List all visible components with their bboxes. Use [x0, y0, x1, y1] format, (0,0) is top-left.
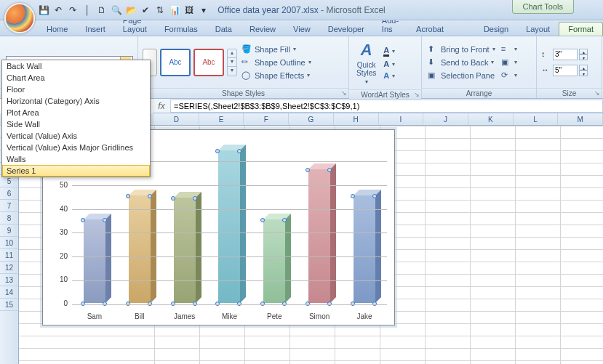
width-field[interactable] [553, 65, 578, 76]
selection-handle[interactable] [148, 302, 152, 306]
text-outline-button[interactable]: A▾ [382, 59, 396, 69]
spell-icon[interactable]: ✔ [140, 4, 151, 16]
shape-style-gallery[interactable]: Abc Abc [160, 49, 224, 76]
undo-icon[interactable]: ↶ [52, 4, 64, 16]
option-haxis[interactable]: Horizontal (Category) Axis [2, 95, 150, 107]
row-header[interactable]: 9 [0, 225, 18, 237]
dialog-launcher-icon[interactable]: ↘ [341, 89, 347, 97]
tab-insert[interactable]: Insert [76, 23, 114, 36]
chart-element-dropdown[interactable]: Back Wall Chart Area Floor Horizontal (C… [1, 60, 151, 177]
tab-developer[interactable]: Developer [319, 23, 373, 36]
shape-fill-button[interactable]: 🪣Shape Fill▾ [240, 44, 313, 55]
quick-styles-button[interactable]: A Quick Styles▾ [354, 39, 379, 86]
sort-icon[interactable]: ⇅ [154, 4, 166, 16]
new-icon[interactable]: 🗋 [96, 4, 108, 16]
selection-handle[interactable] [306, 302, 310, 306]
selection-handle[interactable] [282, 302, 287, 306]
tab-layout[interactable]: Layout [517, 23, 559, 36]
selection-handle[interactable] [351, 302, 355, 306]
selection-handle[interactable] [193, 302, 197, 306]
open-icon[interactable]: 📂 [125, 4, 137, 16]
save-icon[interactable]: 💾 [38, 4, 49, 16]
tab-review[interactable]: Review [241, 23, 284, 36]
col-header[interactable]: G [289, 113, 334, 125]
option-series1[interactable]: Series 1 [2, 165, 150, 177]
shape-effects-button[interactable]: ◯Shape Effects▾ [240, 70, 313, 81]
tab-format[interactable]: Format [559, 22, 603, 36]
selection-handle[interactable] [237, 302, 241, 306]
fx-icon[interactable]: fx [153, 101, 170, 111]
option-sidewall[interactable]: Side Wall [2, 118, 150, 130]
col-header[interactable]: E [199, 113, 244, 125]
option-plotarea[interactable]: Plot Area [2, 107, 150, 118]
qat-more-icon[interactable]: ▾ [198, 4, 209, 16]
formula-input[interactable] [170, 100, 603, 113]
selection-handle[interactable] [171, 302, 175, 306]
selection-handle[interactable] [126, 194, 130, 198]
col-header[interactable]: I [379, 113, 424, 125]
gallery-scroll[interactable]: ▴▾▾ [227, 49, 237, 76]
row-header[interactable]: 12 [0, 262, 18, 274]
col-header[interactable]: J [423, 113, 468, 125]
redo-icon[interactable]: ↷ [67, 4, 79, 16]
selection-handle[interactable] [148, 194, 152, 198]
row-header[interactable]: 14 [0, 286, 18, 299]
selection-handle[interactable] [81, 218, 85, 222]
office-button[interactable] [4, 3, 35, 33]
tab-formulas[interactable]: Formulas [156, 23, 207, 36]
tab-view[interactable]: View [284, 23, 319, 36]
row-header[interactable]: 10 [0, 237, 18, 249]
option-backwall[interactable]: Back Wall [2, 60, 150, 72]
row-header[interactable]: 11 [0, 249, 18, 262]
align-button[interactable]: ≡▾ [500, 44, 519, 55]
row-header[interactable]: 8 [0, 212, 18, 225]
option-vaxis-grid[interactable]: Vertical (Value) Axis Major Gridlines [2, 142, 150, 153]
selection-handle[interactable] [372, 302, 377, 306]
col-header[interactable]: L [514, 113, 559, 125]
tab-data[interactable]: Data [207, 23, 241, 36]
print-preview-icon[interactable]: 🔍 [111, 4, 122, 16]
row-header[interactable]: 7 [0, 200, 18, 212]
option-floor[interactable]: Floor [2, 84, 150, 95]
send-to-back-button[interactable]: ⬇Send to Back▾ [426, 57, 497, 68]
bring-to-front-button[interactable]: ⬆Bring to Front▾ [426, 44, 497, 55]
col-header[interactable]: H [334, 113, 379, 125]
option-chartarea[interactable]: Chart Area [2, 72, 150, 84]
selection-handle[interactable] [81, 302, 85, 306]
bar-mike[interactable] [215, 137, 243, 303]
col-header[interactable]: M [558, 113, 603, 125]
text-effects-button[interactable]: A▾ [382, 70, 396, 81]
col-header[interactable]: F [244, 113, 289, 125]
col-header[interactable]: D [154, 113, 199, 125]
selection-handle[interactable] [126, 302, 130, 306]
selection-handle[interactable] [327, 302, 332, 306]
chart-icon[interactable]: 📊 [169, 4, 180, 16]
col-header[interactable]: K [468, 113, 514, 125]
bar-pete[interactable] [260, 137, 288, 303]
selection-handle[interactable] [103, 302, 107, 306]
dialog-launcher-icon[interactable]: ↘ [414, 91, 420, 98]
bar-james[interactable] [171, 137, 199, 303]
width-input[interactable]: ↔ ▴▾ [541, 65, 588, 76]
height-input[interactable]: ↕ ▴▾ [541, 49, 588, 60]
shape-outline-button[interactable]: ✏Shape Outline▾ [240, 57, 313, 68]
selection-handle[interactable] [215, 302, 220, 306]
row-header[interactable]: 6 [0, 187, 18, 200]
selection-handle[interactable] [260, 302, 265, 306]
row-header[interactable]: 15 [0, 299, 18, 311]
height-field[interactable] [553, 49, 578, 60]
selection-pane-button[interactable]: ▣Selection Pane [426, 70, 497, 81]
text-fill-button[interactable]: A▾ [382, 45, 396, 57]
tab-acrobat[interactable]: Acrobat [407, 23, 452, 36]
style-swatch-1[interactable]: Abc [160, 49, 191, 76]
picture-icon[interactable]: 🖼 [183, 4, 195, 16]
style-swatch-2[interactable]: Abc [193, 49, 224, 76]
dialog-launcher-icon[interactable]: ↘ [594, 89, 600, 97]
option-vaxis[interactable]: Vertical (Value) Axis [2, 130, 150, 142]
option-walls[interactable]: Walls [2, 153, 150, 165]
bar-jake[interactable] [351, 137, 378, 303]
bar-simon[interactable] [306, 137, 333, 303]
tab-design[interactable]: Design [475, 23, 517, 36]
row-header[interactable]: 13 [0, 274, 18, 286]
width-stepper[interactable]: ▴▾ [579, 65, 588, 76]
